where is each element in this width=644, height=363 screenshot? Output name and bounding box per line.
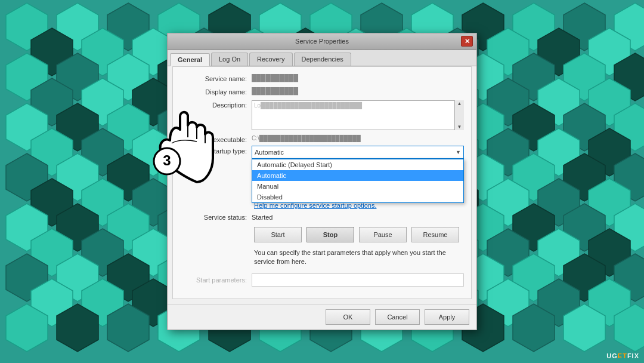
startup-type-select[interactable]: Automatic ▼	[252, 146, 464, 159]
dropdown-item-delayed[interactable]: Automatic (Delayed Start)	[252, 159, 463, 170]
watermark-text: UGETFIX	[606, 352, 639, 359]
start-parameters-row: Start parameters:	[180, 273, 464, 287]
start-parameters-label: Start parameters:	[180, 276, 252, 284]
service-name-row: Service name: ██████████	[180, 74, 464, 82]
startup-type-selected-value: Automatic	[255, 149, 284, 156]
title-bar-text: Service Properties	[183, 38, 461, 45]
info-text: You can specify the start parameters tha…	[254, 248, 464, 267]
dropdown-item-manual[interactable]: Manual	[252, 181, 463, 192]
dialog-content: Service name: ██████████ Display name: █…	[172, 66, 472, 300]
service-status-label: Service status:	[180, 214, 252, 221]
dialog-footer: OK Cancel Apply	[168, 304, 476, 330]
tab-dependencies[interactable]: Dependencies	[294, 53, 351, 66]
cancel-button[interactable]: Cancel	[375, 309, 420, 325]
startup-type-dropdown: Automatic (Delayed Start) Automatic Manu…	[252, 159, 464, 203]
dropdown-item-automatic[interactable]: Automatic	[252, 170, 463, 181]
display-name-label: Display name:	[180, 87, 252, 96]
start-button[interactable]: Start	[254, 227, 302, 242]
title-bar: Service Properties ✕	[168, 33, 476, 50]
description-box[interactable]: Lo████████████████████████	[252, 100, 464, 130]
service-control-buttons: Start Stop Pause Resume	[254, 227, 464, 242]
service-properties-dialog: Service Properties ✕ General Log On Reco…	[167, 33, 477, 331]
service-name-label: Service name:	[180, 74, 252, 82]
resume-button[interactable]: Resume	[411, 227, 459, 242]
tab-logon[interactable]: Log On	[211, 53, 248, 66]
scroll-down-arrow: ▼	[457, 124, 463, 130]
dropdown-item-disabled[interactable]: Disabled	[252, 192, 463, 202]
service-name-value: ██████████	[252, 74, 464, 81]
start-parameters-input[interactable]	[252, 273, 464, 287]
stop-button[interactable]: Stop	[306, 227, 354, 242]
description-text: Lo████████████████████████	[252, 100, 364, 110]
service-status-row: Service status: Started	[180, 214, 464, 221]
tabs-container: General Log On Recovery Dependencies	[168, 50, 476, 66]
dialog-overlay: Service Properties ✕ General Log On Reco…	[0, 0, 644, 363]
startup-type-row: Startup type: Automatic ▼ Automatic (Del…	[180, 146, 464, 159]
scroll-up-arrow: ▲	[457, 100, 463, 107]
description-label: Description:	[180, 100, 252, 109]
close-button[interactable]: ✕	[461, 36, 473, 47]
description-scrollbar: ▲ ▼	[454, 100, 464, 130]
apply-button[interactable]: Apply	[425, 309, 469, 325]
watermark: UGETFIX	[606, 352, 639, 359]
description-row: Description: Lo████████████████████████ …	[180, 100, 464, 130]
dropdown-arrow-icon: ▼	[456, 149, 461, 155]
startup-type-container: Automatic ▼ Automatic (Delayed Start) Au…	[252, 146, 464, 159]
path-value: C:\████████████████████████	[252, 135, 361, 141]
pause-button[interactable]: Pause	[359, 227, 407, 242]
display-name-row: Display name: ██████████	[180, 87, 464, 96]
ok-button[interactable]: OK	[326, 309, 370, 325]
startup-type-label: Startup type:	[180, 146, 252, 155]
tab-general[interactable]: General	[170, 53, 210, 66]
tab-recovery[interactable]: Recovery	[249, 53, 292, 66]
service-status-value: Started	[252, 214, 273, 221]
path-label: Path to executable:	[180, 135, 252, 143]
path-row: Path to executable: C:\█████████████████…	[180, 135, 464, 143]
display-name-value: ██████████	[252, 87, 464, 94]
